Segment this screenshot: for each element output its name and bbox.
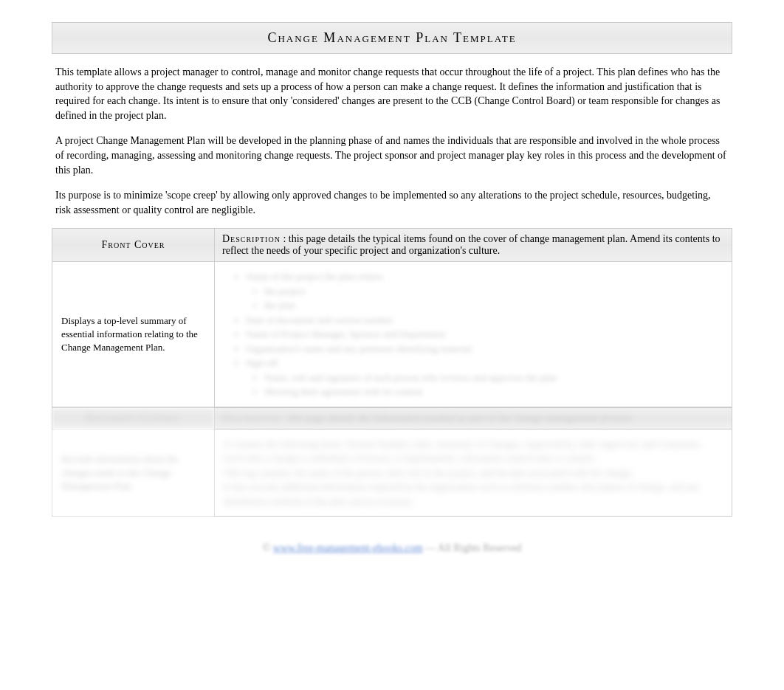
document-title: Change Management Plan Template [52, 22, 732, 54]
intro-paragraph-2: A project Change Management Plan will be… [52, 134, 732, 177]
section-name-doc-control: Document Control [52, 407, 215, 429]
section-name-front-cover: Front Cover [52, 229, 215, 262]
section-detail-doc-control: It contains the following items: Version… [215, 429, 732, 517]
section-summary-front-cover: Displays a top-level summary of essentia… [52, 262, 215, 407]
intro-paragraph-1: This template allows a project manager t… [52, 65, 732, 123]
description-text: : this page details the typical items fo… [222, 233, 721, 256]
footer-link[interactable]: www.free-management-ebooks.com [273, 542, 423, 553]
footer-rights: — All Rights Reserved [425, 542, 521, 553]
footer: © www.free-management-ebooks.com — All R… [52, 542, 732, 554]
section-description-front-cover: Description : this page details the typi… [215, 229, 732, 262]
front-cover-section: Front Cover Description : this page deta… [52, 228, 732, 407]
section-detail-front-cover: Name of the project the plan relates the… [215, 262, 732, 407]
footer-copyright: © [263, 542, 273, 553]
description-label: Description [222, 233, 281, 244]
intro-paragraph-3: Its purpose is to minimize 'scope creep'… [52, 188, 732, 217]
document-control-section: Document Control Description : this page… [52, 407, 732, 517]
section-summary-doc-control: Records information about the changes ma… [52, 429, 215, 517]
section-description-doc-control: Description : this page details the info… [215, 407, 732, 429]
